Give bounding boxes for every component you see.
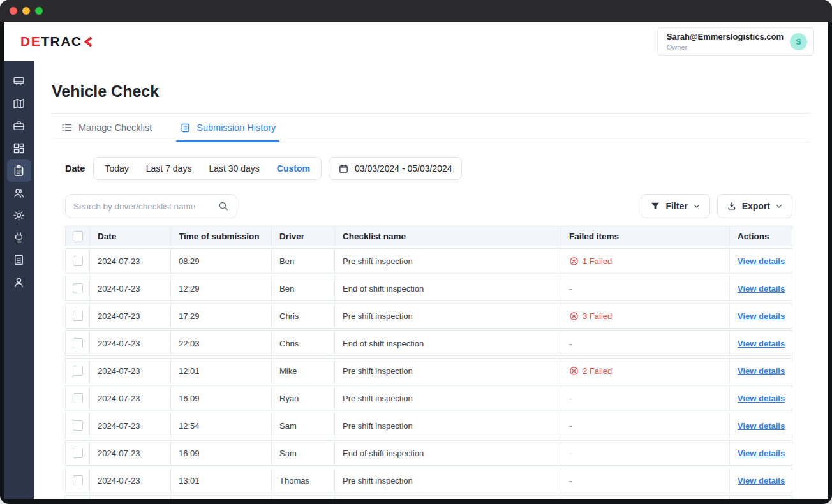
view-details-link[interactable]: View details: [738, 311, 785, 321]
failed-badge: 2 Failed: [569, 366, 612, 376]
failed-badge: 1 Failed: [569, 256, 612, 266]
checklist-cell: Pre shift inspection: [334, 249, 561, 273]
no-failed-placeholder: -: [569, 339, 572, 348]
row-checkbox[interactable]: [73, 420, 83, 431]
tab-label: Submission History: [197, 122, 276, 133]
chevron-down-icon: [775, 202, 783, 210]
no-failed-placeholder: -: [569, 421, 572, 431]
filter-button[interactable]: Filter: [641, 194, 709, 218]
sidebar-item-reports[interactable]: [7, 249, 31, 271]
column-header-time: Time of submission: [170, 226, 271, 246]
account-email: Sarah@Emmerslogistics.com: [667, 32, 784, 41]
driver-cell: Sam: [271, 441, 334, 465]
maximize-window-button[interactable]: [35, 7, 43, 15]
plug-icon: [12, 231, 26, 244]
dashboard-icon: [12, 142, 26, 155]
view-details-link[interactable]: View details: [738, 256, 785, 266]
column-header-driver: Driver: [271, 226, 334, 246]
failed-items-cell: -: [561, 386, 729, 410]
top-header: DETRAC Sarah@Emmerslogistics.com Owner S: [4, 22, 828, 61]
truck-icon: [12, 75, 26, 88]
sidebar-item-drivers[interactable]: [7, 182, 31, 204]
date-cell: 2024-07-23: [89, 441, 170, 465]
sidebar-item-map[interactable]: [7, 93, 31, 115]
row-select-cell: [66, 413, 89, 438]
export-button-label: Export: [742, 201, 770, 211]
tab-submission-history[interactable]: Submission History: [180, 114, 276, 142]
driver-cell: Thomas: [271, 468, 334, 493]
select-all-checkbox[interactable]: [73, 231, 83, 241]
view-details-link[interactable]: View details: [738, 421, 785, 431]
date-range-picker[interactable]: 03/03/2024 - 05/03/2024: [329, 157, 462, 180]
download-icon: [727, 201, 737, 211]
date-range-value: 03/03/2024 - 05/03/2024: [355, 163, 452, 174]
account-menu[interactable]: Sarah@Emmerslogistics.com Owner S: [657, 27, 814, 56]
driver-cell: Sam: [271, 413, 334, 438]
row-checkbox[interactable]: [73, 393, 83, 403]
driver-cell: [271, 496, 334, 499]
row-checkbox[interactable]: [73, 475, 83, 485]
table-row: 2024-07-2312:54SamPre shift inspection-V…: [65, 413, 792, 438]
table-row: [65, 495, 792, 499]
range-today[interactable]: Today: [105, 163, 128, 174]
view-details-link[interactable]: View details: [738, 366, 785, 376]
search-input[interactable]: [73, 202, 212, 211]
range-custom[interactable]: Custom: [277, 163, 310, 174]
row-checkbox[interactable]: [73, 283, 83, 293]
date-filter-label: Date: [65, 163, 85, 174]
export-button[interactable]: Export: [717, 194, 792, 218]
tab-manage-checklist[interactable]: Manage Checklist: [61, 114, 152, 142]
sidebar-item-settings[interactable]: [7, 204, 31, 226]
close-window-button[interactable]: [10, 7, 17, 15]
view-details-link[interactable]: View details: [738, 476, 785, 485]
tab-bar: Manage Checklist Submission History: [52, 113, 810, 142]
date-filter-row: Date Today Last 7 days Last 30 days Cust…: [65, 157, 797, 180]
driver-cell: Ryan: [271, 386, 334, 410]
time-cell: 12:54: [170, 413, 271, 438]
filter-button-label: Filter: [665, 201, 687, 211]
failed-items-cell: 1 Failed: [561, 249, 729, 273]
table-row: 2024-07-2312:29BenEnd of shift inspectio…: [65, 276, 792, 301]
view-details-link[interactable]: View details: [738, 339, 785, 348]
failed-count-label: 1 Failed: [583, 256, 612, 266]
sidebar-item-vehicles[interactable]: [7, 70, 31, 93]
view-details-link[interactable]: View details: [738, 448, 785, 458]
row-checkbox[interactable]: [73, 256, 83, 266]
date-cell: 2024-07-23: [89, 304, 170, 328]
date-cell: 2024-07-23: [89, 276, 170, 300]
time-cell: [170, 496, 271, 499]
sidebar-item-jobs[interactable]: [7, 115, 31, 137]
driver-cell: Ben: [271, 249, 334, 273]
row-select-cell: [66, 496, 89, 499]
row-checkbox[interactable]: [73, 366, 83, 376]
filters-section: Date Today Last 7 days Last 30 days Cust…: [52, 157, 810, 499]
row-checkbox[interactable]: [73, 448, 83, 458]
sidebar-item-dashboard[interactable]: [7, 137, 31, 159]
actions-cell: [729, 496, 793, 499]
active-tab-underline: [176, 140, 279, 142]
row-select-cell: [66, 304, 89, 328]
sidebar-item-vehicle-check[interactable]: [7, 159, 31, 182]
range-last-7-days[interactable]: Last 7 days: [146, 163, 192, 174]
avatar: S: [790, 33, 807, 50]
sidebar-item-integrations[interactable]: [7, 226, 31, 249]
column-header-date: Date: [89, 226, 170, 246]
failed-badge: 3 Failed: [569, 311, 612, 321]
date-cell: 2024-07-23: [89, 468, 170, 493]
failed-items-cell: 3 Failed: [561, 304, 729, 328]
checklist-cell: Pre shift inspection: [334, 359, 561, 383]
row-checkbox[interactable]: [73, 338, 83, 348]
sidebar-item-profile[interactable]: [7, 271, 31, 293]
table-row: 2024-07-2316:09SamEnd of shift inspectio…: [65, 440, 792, 466]
row-checkbox[interactable]: [73, 311, 83, 321]
date-cell: 2024-07-23: [89, 331, 170, 355]
minimize-window-button[interactable]: [22, 7, 30, 15]
view-details-link[interactable]: View details: [738, 284, 785, 293]
time-cell: 12:01: [170, 359, 271, 383]
toolbox-icon: [12, 119, 26, 133]
users-icon: [12, 186, 26, 200]
checklist-cell: Pre shift inspection: [334, 304, 561, 328]
range-last-30-days[interactable]: Last 30 days: [209, 163, 259, 174]
view-details-link[interactable]: View details: [738, 394, 785, 403]
logo-text-de: DE: [20, 34, 41, 49]
